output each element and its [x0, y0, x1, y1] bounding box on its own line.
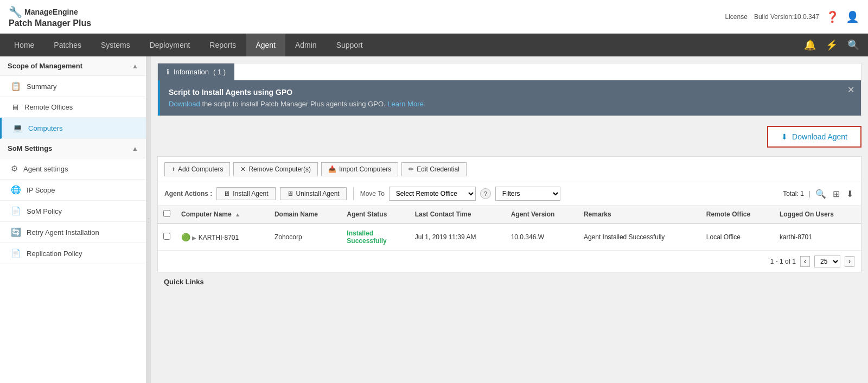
top-right-area: License Build Version:10.0.347 ❓ 👤	[725, 10, 859, 23]
col-computer-name: Computer Name ▲	[176, 206, 269, 224]
sidebar-splitter[interactable]: ⋮	[146, 56, 151, 383]
uninstall-agent-label: Uninstall Agent	[296, 190, 340, 197]
nav-item-reports[interactable]: Reports	[200, 34, 246, 56]
info-learn-more-link[interactable]: Learn More	[387, 100, 423, 108]
sidebar-item-replication-policy[interactable]: 📄 Replication Policy	[0, 243, 146, 264]
download-agent-bar: ⬇ Download Agent	[157, 122, 861, 152]
nav-item-patches[interactable]: Patches	[44, 34, 91, 56]
sidebar-item-retry-agent-label: Retry Agent Installation	[27, 228, 99, 237]
info-icon: ℹ	[167, 68, 169, 76]
sidebar-item-ip-scope[interactable]: 🌐 IP Scope	[0, 180, 146, 201]
row-checkbox[interactable]	[163, 233, 170, 240]
table-section: + Add Computers ✕ Remove Computer(s) 📥 I…	[157, 156, 861, 272]
sidebar-item-retry-agent[interactable]: 🔄 Retry Agent Installation	[0, 222, 146, 243]
grid-view-icon[interactable]: ⊞	[832, 188, 841, 200]
sidebar: Scope of Management ▲ 📋 Summary 🖥 Remote…	[0, 56, 146, 383]
edit-credential-label: Edit Credential	[417, 165, 459, 173]
computer-name-value[interactable]: KARTHI-8701	[199, 234, 239, 241]
user-icon[interactable]: 👤	[846, 10, 859, 23]
computer-arrow-icon: ▶	[192, 235, 196, 241]
sidebar-item-ip-scope-label: IP Scope	[27, 186, 55, 194]
filters-select[interactable]: Filters	[495, 187, 560, 201]
remote-office-select[interactable]: Select Remote Office	[389, 187, 476, 201]
sidebar-item-summary-label: Summary	[27, 82, 57, 91]
remove-computers-button[interactable]: ✕ Remove Computer(s)	[233, 162, 318, 176]
col-remote-office: Remote Office	[701, 206, 774, 224]
search-nav-icon[interactable]: 🔍	[843, 34, 864, 56]
nav-item-systems[interactable]: Systems	[91, 34, 140, 56]
retry-agent-icon: 🔄	[11, 227, 21, 237]
logo-sub: Patch Manager Plus	[9, 18, 91, 28]
pagination-range: 1 - 1 of 1	[770, 258, 796, 265]
help-tooltip-button[interactable]: ?	[480, 188, 491, 199]
sort-icon-computer[interactable]: ▲	[235, 212, 240, 218]
import-icon: 📥	[328, 165, 336, 173]
sidebar-item-computers[interactable]: 💻 Computers	[0, 118, 146, 139]
notification-icon[interactable]: 🔔	[800, 34, 820, 56]
nav-item-deployment[interactable]: Deployment	[140, 34, 200, 56]
cell-computer-name: 🟢 ▶ KARTHI-8701	[176, 224, 269, 251]
info-title: Script to Install Agents using GPO	[169, 88, 852, 97]
nav-item-admin[interactable]: Admin	[285, 34, 327, 56]
info-tab-count: ( 1 )	[213, 68, 226, 76]
info-close-button[interactable]: ✕	[847, 85, 854, 95]
col-agent-version: Agent Version	[506, 206, 578, 224]
install-agent-label: Install Agent	[233, 190, 268, 197]
sidebar-item-som-policy[interactable]: 📄 SoM Policy	[0, 201, 146, 222]
som-chevron[interactable]: ▲	[132, 145, 138, 152]
info-download-link[interactable]: Download	[169, 100, 200, 108]
build-version: Build Version:10.0.347	[754, 13, 819, 21]
per-page-select[interactable]: 25	[814, 256, 840, 267]
prev-page-button[interactable]: ‹	[800, 256, 810, 267]
info-body-text: Download the script to install Patch Man…	[169, 100, 852, 108]
col-remarks: Remarks	[578, 206, 701, 224]
lightning-icon[interactable]: ⚡	[821, 34, 842, 56]
export-icon[interactable]: ⬇	[845, 188, 854, 200]
cell-agent-version: 10.0.346.W	[506, 224, 578, 251]
table-header-row: Computer Name ▲ Domain Name Agent Status…	[158, 206, 861, 224]
actions-bar: Agent Actions : 🖥 Install Agent 🖥 Uninst…	[158, 182, 861, 206]
install-agent-button[interactable]: 🖥 Install Agent	[216, 187, 275, 200]
cell-logged-on-users: karthi-8701	[774, 224, 861, 251]
info-tab[interactable]: ℹ Information ( 1 )	[158, 63, 234, 80]
license-text: License	[725, 13, 748, 21]
edit-icon: ✏	[409, 165, 414, 173]
sidebar-item-summary[interactable]: 📋 Summary	[0, 76, 146, 97]
select-all-checkbox[interactable]	[163, 210, 170, 217]
search-table-icon[interactable]: 🔍	[814, 188, 827, 200]
sidebar-item-remote-offices-label: Remote Offices	[24, 103, 73, 111]
sidebar-item-som-policy-label: SoM Policy	[27, 207, 62, 215]
toolbar: + Add Computers ✕ Remove Computer(s) 📥 I…	[158, 157, 861, 182]
logo-area: 🔧 ManageEngine Patch Manager Plus	[9, 5, 91, 28]
actions-separator	[353, 187, 354, 200]
cell-agent-status: Installed Successfully	[341, 224, 409, 251]
add-icon: +	[171, 165, 175, 173]
move-to-label: Move To	[360, 190, 385, 197]
info-body-static: the script to install Patch Manager Plus…	[202, 100, 385, 108]
import-computers-button[interactable]: 📥 Import Computers	[321, 162, 398, 176]
nav-item-support[interactable]: Support	[327, 34, 373, 56]
sidebar-item-agent-settings[interactable]: ⚙ Agent settings	[0, 158, 146, 180]
edit-credential-button[interactable]: ✏ Edit Credential	[401, 162, 467, 176]
som-settings-section-header: SoM Settings ▲	[0, 139, 146, 158]
uninstall-agent-button[interactable]: 🖥 Uninstall Agent	[280, 187, 347, 200]
total-count: Total: 1	[783, 190, 804, 197]
summary-icon: 📋	[11, 81, 21, 91]
download-icon: ⬇	[781, 132, 788, 141]
add-computers-button[interactable]: + Add Computers	[164, 162, 230, 176]
nav-item-agent[interactable]: Agent	[246, 34, 285, 56]
nav-item-home[interactable]: Home	[4, 34, 44, 56]
sidebar-item-remote-offices[interactable]: 🖥 Remote Offices	[0, 97, 146, 118]
col-agent-status: Agent Status	[341, 206, 409, 224]
help-icon[interactable]: ❓	[826, 10, 839, 23]
sidebar-item-agent-settings-label: Agent settings	[23, 165, 68, 173]
som-settings-label: SoM Settings	[8, 144, 52, 152]
scope-chevron[interactable]: ▲	[132, 62, 138, 70]
download-agent-button[interactable]: ⬇ Download Agent	[767, 126, 861, 148]
install-icon: 🖥	[224, 190, 230, 197]
next-page-button[interactable]: ›	[845, 256, 854, 267]
som-policy-icon: 📄	[11, 206, 21, 216]
select-all-header	[158, 206, 176, 224]
import-computers-label: Import Computers	[339, 165, 391, 173]
content-area: ℹ Information ( 1 ) ✕ Script to Install …	[151, 56, 868, 383]
